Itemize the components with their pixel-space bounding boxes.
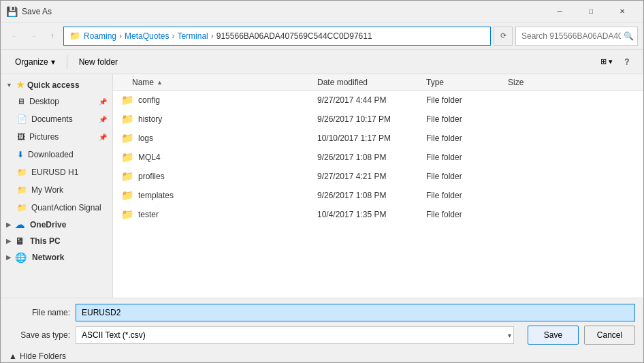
table-row[interactable]: 📁 config 9/27/2017 4:44 PM File folder xyxy=(113,91,643,110)
quantaction-folder-icon: 📁 xyxy=(17,203,27,212)
view-toggle-button[interactable]: ⊞ ▾ xyxy=(597,52,616,72)
breadcrumb-part-1[interactable]: Roaming xyxy=(84,31,116,41)
sidebar-item-mywork[interactable]: 📁 My Work xyxy=(1,181,112,199)
file-row-name: 📁 history xyxy=(113,113,317,125)
file-list: Name ▲ Date modified Type Size 📁 config xyxy=(113,74,643,298)
save-as-dialog: 💾 Save As ─ □ ✕ ← → ↑ 📁 Roaming › MetaQu… xyxy=(0,0,644,363)
column-date-modified[interactable]: Date modified xyxy=(317,78,426,87)
toolbar-right: ⊞ ▾ ? xyxy=(597,52,635,72)
onedrive-icon: ☁ xyxy=(15,219,25,230)
file-row-date: 10/10/2017 1:17 PM xyxy=(317,133,426,143)
breadcrumb: 📁 Roaming › MetaQuotes › Terminal › 9155… xyxy=(69,31,372,41)
pin-icon-pictures: 📌 xyxy=(99,133,107,141)
organize-chevron: ▾ xyxy=(51,57,55,67)
refresh-button[interactable]: ⟳ xyxy=(494,27,513,46)
organize-button[interactable]: Organize ▾ xyxy=(9,52,61,72)
network-icon: 🌐 xyxy=(15,252,27,263)
sidebar-section-label-network: Network xyxy=(32,253,64,262)
folder-icon: 📁 xyxy=(121,208,134,221)
new-folder-button[interactable]: New folder xyxy=(73,52,124,72)
file-name-input[interactable] xyxy=(76,304,635,321)
action-buttons: Save Cancel xyxy=(528,326,635,345)
table-row[interactable]: 📁 profiles 9/27/2017 4:21 PM File folder xyxy=(113,167,643,186)
hide-folders-row[interactable]: ▲ Hide Folders xyxy=(1,350,643,362)
close-button[interactable]: ✕ xyxy=(607,1,638,22)
folder-icon: 📁 xyxy=(121,113,134,125)
hide-folders-chevron-icon: ▲ xyxy=(9,351,17,361)
file-name-cell: MQL4 xyxy=(138,153,161,162)
file-row-date: 9/26/2017 1:08 PM xyxy=(317,153,426,162)
address-path[interactable]: 📁 Roaming › MetaQuotes › Terminal › 9155… xyxy=(63,27,491,46)
sidebar-section-network[interactable]: ▶ 🌐 Network xyxy=(1,249,112,266)
up-button[interactable]: ↑ xyxy=(44,28,61,44)
file-row-name: 📁 logs xyxy=(113,132,317,144)
toolbar-separator xyxy=(67,55,67,69)
file-row-type: File folder xyxy=(426,133,508,143)
downloaded-icon: ⬇ xyxy=(17,150,24,159)
sidebar-section-label-this-pc: This PC xyxy=(30,236,61,246)
address-bar: ← → ↑ 📁 Roaming › MetaQuotes › Terminal … xyxy=(1,22,643,50)
file-row-date: 9/26/2017 1:08 PM xyxy=(317,191,426,200)
save-type-select-wrapper: ASCII Text (*.csv) CSV (*.csv) All Files… xyxy=(76,326,514,344)
column-type[interactable]: Type xyxy=(426,78,508,87)
file-row-type: File folder xyxy=(426,114,508,124)
table-row[interactable]: 📁 tester 10/4/2017 1:35 PM File folder xyxy=(113,205,643,224)
file-rows-container: 📁 config 9/27/2017 4:44 PM File folder 📁… xyxy=(113,91,643,224)
sidebar-item-documents[interactable]: 📄 Documents 📌 xyxy=(1,110,112,128)
file-row-name: 📁 tester xyxy=(113,208,317,221)
chevron-right-icon-network: ▶ xyxy=(6,254,11,261)
sidebar-section-onedrive[interactable]: ▶ ☁ OneDrive xyxy=(1,217,112,233)
sidebar-label-eurusd: EURUSD H1 xyxy=(31,168,78,177)
quick-access-star-icon: ★ xyxy=(16,80,25,90)
hide-folders-label: Hide Folders xyxy=(20,351,66,361)
sidebar-item-desktop[interactable]: 🖥 Desktop 📌 xyxy=(1,93,112,110)
sidebar-item-downloaded[interactable]: ⬇ Downloaded xyxy=(1,146,112,163)
window-icon: 💾 xyxy=(6,6,18,17)
table-row[interactable]: 📁 logs 10/10/2017 1:17 PM File folder xyxy=(113,129,643,148)
table-row[interactable]: 📁 MQL4 9/26/2017 1:08 PM File folder xyxy=(113,148,643,167)
chevron-down-icon: ▼ xyxy=(6,82,12,89)
sidebar-item-eurusd[interactable]: 📁 EURUSD H1 xyxy=(1,163,112,181)
sidebar-label-mywork: My Work xyxy=(31,185,63,195)
sidebar: ▼ ★ Quick access 🖥 Desktop 📌 📄 Documents… xyxy=(1,74,113,298)
minimize-button[interactable]: ─ xyxy=(544,1,575,22)
file-row-type: File folder xyxy=(426,172,508,181)
chevron-right-icon-this-pc: ▶ xyxy=(6,238,11,244)
file-row-date: 9/26/2017 10:17 PM xyxy=(317,114,426,124)
breadcrumb-folder-icon: 📁 xyxy=(69,31,80,41)
pictures-icon: 🖼 xyxy=(17,132,25,142)
breadcrumb-part-2[interactable]: MetaQuotes xyxy=(125,31,169,41)
maximize-button[interactable]: □ xyxy=(575,1,607,22)
file-name-label: File name: xyxy=(9,308,70,317)
table-row[interactable]: 📁 history 9/26/2017 10:17 PM File folder xyxy=(113,110,643,129)
save-type-select[interactable]: ASCII Text (*.csv) CSV (*.csv) All Files… xyxy=(76,326,514,344)
column-size[interactable]: Size xyxy=(508,78,562,87)
table-row[interactable]: 📁 templates 9/26/2017 1:08 PM File folde… xyxy=(113,186,643,205)
file-row-name: 📁 templates xyxy=(113,189,317,202)
toolbar: Organize ▾ New folder ⊞ ▾ ? xyxy=(1,50,643,74)
title-bar: 💾 Save As ─ □ ✕ xyxy=(1,1,643,22)
column-name[interactable]: Name ▲ xyxy=(113,78,317,87)
folder-icon: 📁 xyxy=(121,132,134,144)
file-name-cell: profiles xyxy=(138,172,165,181)
sidebar-item-pictures[interactable]: 🖼 Pictures 📌 xyxy=(1,128,112,146)
search-input[interactable] xyxy=(515,27,638,46)
cancel-button[interactable]: Cancel xyxy=(584,326,635,345)
back-button[interactable]: ← xyxy=(6,28,22,44)
file-name-cell: tester xyxy=(138,210,159,219)
breadcrumb-part-4[interactable]: 915566BA06ADA407569C544CC0D97611 xyxy=(216,31,372,41)
sidebar-item-quantaction[interactable]: 📁 QuantAction Signal xyxy=(1,199,112,217)
forward-button[interactable]: → xyxy=(25,28,42,44)
file-row-date: 9/27/2017 4:21 PM xyxy=(317,172,426,181)
organize-label: Organize xyxy=(15,57,48,67)
documents-icon: 📄 xyxy=(17,114,27,124)
save-button[interactable]: Save xyxy=(528,326,579,345)
sidebar-section-quick-access[interactable]: ▼ ★ Quick access xyxy=(1,77,112,93)
breadcrumb-part-3[interactable]: Terminal xyxy=(177,31,208,41)
sidebar-label-downloaded: Downloaded xyxy=(28,150,74,159)
sidebar-section-this-pc[interactable]: ▶ 🖥 This PC xyxy=(1,233,112,249)
view-icon: ⊞ ▾ xyxy=(600,57,613,66)
this-pc-icon: 🖥 xyxy=(15,236,25,247)
file-name-cell: logs xyxy=(138,133,153,143)
help-button[interactable]: ? xyxy=(619,54,635,70)
